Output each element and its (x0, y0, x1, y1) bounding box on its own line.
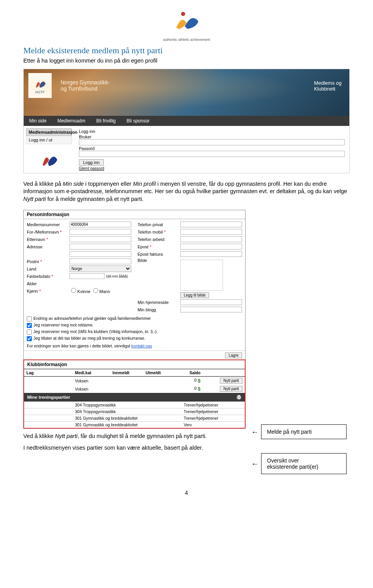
bruker-label: Bruker (79, 134, 345, 139)
hjemmeside-input[interactable] (180, 299, 242, 305)
svg-rect-3 (238, 398, 241, 400)
chk-adresse-familie[interactable] (27, 316, 32, 321)
epost-label: Epost * (138, 244, 180, 249)
ngtf-label: NGTF (35, 90, 45, 94)
ngtf-icon (33, 77, 47, 90)
klubb-head-row: Lag Medl.kat Innmeldt Utmeldt Saldo (24, 369, 245, 377)
parti-row: 301 Gymnastikk og breddeaktivitetTrener/… (24, 415, 245, 422)
fornavn-input[interactable] (70, 229, 131, 235)
money-icon: $ (198, 386, 200, 392)
parti-row: 301 Gymnastikk og breddeaktivitetVerv (24, 422, 245, 428)
money-icon: $ (198, 378, 200, 384)
side-logo (26, 150, 72, 170)
adresse2-input[interactable] (70, 251, 131, 257)
banner-title: Norges Gymnastikk- og Turnforbund (61, 79, 110, 92)
adresse-input[interactable] (70, 244, 131, 250)
klubb-row: Voksen 0 $ Nytt parti (24, 385, 245, 393)
fdato-label: Fødselsdato * (27, 274, 70, 279)
print-icon[interactable] (236, 394, 242, 400)
blogg-input[interactable] (180, 307, 242, 312)
parti-row: 304 TroppsgymnastikkTrener/hjelpetrener (24, 402, 245, 408)
klubb-row: Voksen 0 $ Nytt parti (24, 377, 245, 385)
epost-input[interactable] (180, 244, 242, 250)
nytt-parti-button[interactable]: Nytt parti (220, 378, 242, 384)
medlemsnr-label: Medlemsnummer (27, 222, 70, 227)
doc-logo (23, 8, 350, 36)
callout-nytt-parti: Melde på nytt parti (261, 424, 347, 439)
klubb-highlight-box: Klubbinformasjon Lag Medl.kat Innmeldt U… (23, 359, 246, 429)
adresse-label: Adresse (27, 244, 70, 249)
etternavn-label: Etternavn * (27, 237, 70, 242)
kjonn-label: Kjønn * (27, 289, 70, 293)
hjemmeside-label: Min hjemmeside (138, 300, 180, 305)
kontakt-oss-link[interactable]: kontakt oss (131, 344, 152, 348)
tlfmob-label: Telefon mobil * (138, 230, 180, 234)
bilde-label: Bilde (138, 258, 180, 263)
intro-text: Etter å ha logget inn kommer du inn på d… (23, 57, 350, 65)
doc-heading: Melde eksisterende medlem på nytt parti (23, 45, 350, 56)
explain-para-2: Ved å klikke Nytt parti, får du mulighet… (23, 433, 246, 440)
banner: NGTF Norges Gymnastikk- og Turnforbund M… (24, 69, 349, 116)
explain-para-3: I nedtrekksmenyen vises partier som kan … (23, 444, 246, 452)
personinfo-header: Personinformasjon (24, 210, 245, 219)
explain-para-1: Ved å klikke på Min side i toppmenyen el… (23, 180, 350, 203)
chk-tillat-bilder[interactable] (27, 336, 32, 341)
tlfarb-input[interactable] (180, 236, 242, 242)
postnr-input[interactable] (70, 258, 131, 264)
logo-caption: authentic athletic achievement (23, 38, 350, 42)
nav-bli-frivillig[interactable]: Bli frivillig (96, 118, 116, 124)
banner-right: Medlems og Klubbnett (314, 80, 342, 92)
fdato-input[interactable] (70, 273, 105, 279)
fornavn-label: For-/Mellomnavn * (27, 230, 70, 234)
change-note: For endringer som ikke kan gjøres i dett… (27, 344, 242, 348)
legg-bilde-button[interactable]: Legg til bilde (180, 292, 209, 298)
bilde-box (180, 260, 223, 291)
logo-icon (165, 8, 208, 35)
login-form: Logg inn Bruker Passord Logg inn Glemt p… (74, 126, 349, 173)
mann-radio[interactable] (93, 288, 98, 293)
tlfmob-input[interactable] (180, 229, 242, 235)
postnr-label: Postnr * (27, 259, 70, 264)
arrow-icon: ← (251, 460, 259, 468)
tlfpriv-input[interactable] (180, 222, 242, 227)
kvinne-radio[interactable] (71, 288, 76, 293)
tlfarb-label: Telefon arbeid (138, 237, 180, 242)
bruker-input[interactable] (79, 139, 345, 145)
etternavn-input[interactable] (70, 236, 131, 242)
login-sidebar: Medlemsadministrasjon Logg inn / ut (24, 126, 74, 173)
person-left-col: Medlemsnummer For-/Mellomnavn * Etternav… (24, 219, 134, 315)
nav-medlemsadm[interactable]: Medlemsadm (58, 118, 85, 124)
passord-input[interactable] (79, 151, 345, 157)
blogg-label: Min blogg (138, 307, 180, 312)
person-screenshot: Personinformasjon Medlemsnummer For-/Mel… (23, 210, 246, 429)
callout-eksisterende: Oversikt over eksisterende parti(er) (261, 453, 347, 474)
epostfakt-label: Epost faktura (138, 252, 180, 256)
arrow-icon: ← (251, 428, 259, 436)
lagre-button[interactable]: Lagre (225, 352, 242, 358)
parti-row: 304 TroppsgymnastikkTrener/hjelpetrener (24, 408, 245, 415)
login-screenshot: NGTF Norges Gymnastikk- og Turnforbund M… (23, 69, 350, 173)
tlfpriv-label: Telefon privat (138, 222, 180, 227)
alder-label: Alder (27, 281, 70, 286)
svg-rect-2 (238, 395, 241, 397)
top-nav: Min side Medlemsadm Bli frivillig Bli sp… (24, 116, 349, 126)
logg-inn-button[interactable]: Logg inn (79, 159, 104, 166)
chk-reserv-sms[interactable] (27, 330, 32, 335)
nav-min-side[interactable]: Min side (29, 118, 47, 124)
epostfakt-input[interactable] (180, 251, 242, 257)
side-header: Medlemsadministrasjon (26, 128, 72, 136)
nytt-parti-button[interactable]: Nytt parti (220, 386, 242, 392)
medlemsnr-input (70, 222, 131, 227)
land-select[interactable]: Norge (70, 265, 131, 272)
passord-label: Passord (79, 146, 345, 151)
glemt-passord-link[interactable]: Glemt passord (79, 166, 345, 171)
side-login-link[interactable]: Logg inn / ut (26, 136, 72, 144)
nav-bli-sponsor[interactable]: Bli sponsor (127, 118, 150, 124)
klubb-header: Klubbinformasjon (24, 360, 245, 369)
chk-reserv-reklame[interactable] (27, 323, 32, 328)
ngtf-badge: NGTF (28, 73, 52, 98)
mine-partier-header: Mine treningspartier (24, 393, 245, 401)
logg-inn-label: Logg inn (79, 129, 345, 134)
callouts-col: ← Melde på nytt parti ← Oversikt over ek… (249, 207, 350, 474)
partier-table: 304 TroppsgymnastikkTrener/hjelpetrener … (24, 401, 245, 428)
